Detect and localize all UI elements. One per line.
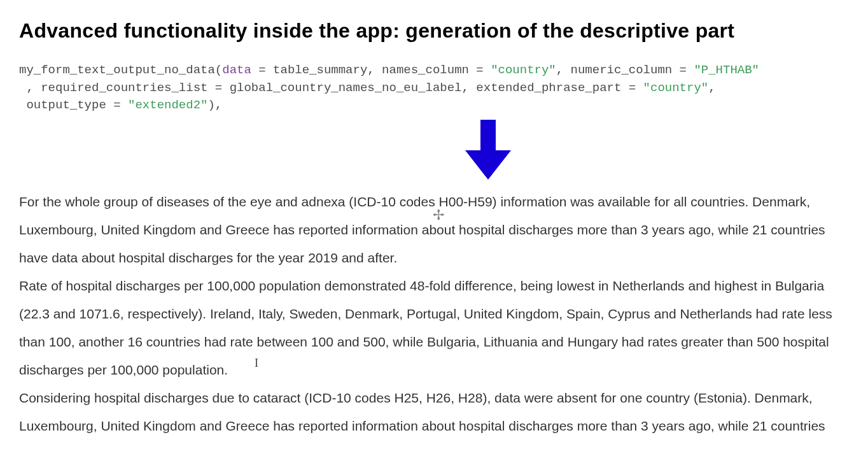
- code-string: "P_HTHAB": [694, 63, 759, 77]
- prose-paragraph-2: Rate of hospital discharges per 100,000 …: [19, 272, 849, 384]
- svg-marker-0: [465, 120, 511, 180]
- code-text: , numeric_column =: [556, 63, 694, 77]
- code-string: "country": [491, 63, 556, 77]
- arrow-container: [19, 120, 849, 180]
- down-arrow-icon: [463, 120, 514, 180]
- code-text: ,: [708, 81, 715, 95]
- prose-paragraph-1: For the whole group of diseases of the e…: [19, 188, 849, 272]
- code-snippet: my_form_text_output_no_data(data = table…: [19, 62, 849, 115]
- code-text: output_type =: [19, 98, 128, 112]
- code-func: my_form_text_output_no_data: [19, 63, 215, 77]
- code-string: "country": [643, 81, 709, 95]
- slide-heading: Advanced functionality inside the app: g…: [19, 19, 849, 43]
- prose-paragraph-3: Considering hospital discharges due to c…: [19, 384, 849, 449]
- code-keyword-data: data: [222, 63, 251, 77]
- code-string: "extended2": [128, 98, 207, 112]
- code-text: ),: [207, 98, 222, 112]
- generated-text: For the whole group of diseases of the e…: [19, 188, 849, 449]
- code-text: = table_summary, names_column =: [251, 63, 491, 77]
- code-text: , required_countries_list = global_count…: [19, 81, 643, 95]
